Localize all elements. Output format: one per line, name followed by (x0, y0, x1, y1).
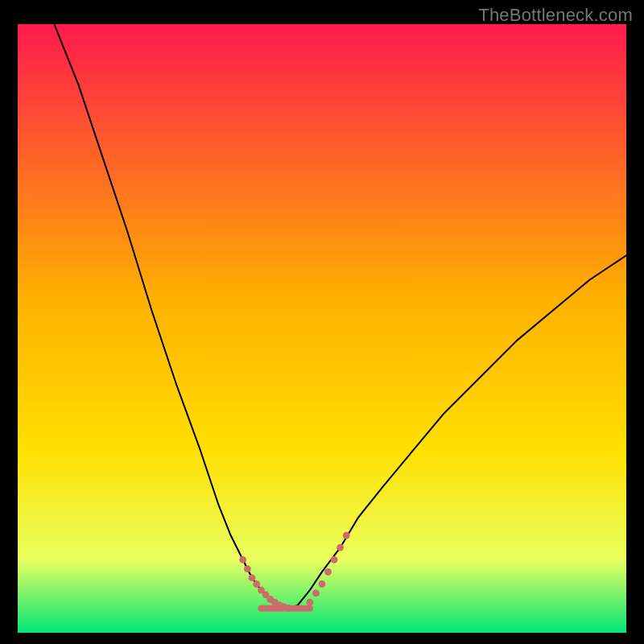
series-point-overlay_right (312, 589, 320, 597)
plot-area (18, 24, 626, 633)
watermark-text: TheBottleneck.com (478, 5, 633, 26)
plot-svg (18, 24, 626, 633)
series-point-overlay_right (306, 599, 313, 606)
series-point-overlay_left (244, 565, 251, 572)
series-point-overlay_left (239, 556, 246, 564)
series-point-overlay_right (331, 556, 338, 564)
series-point-overlay_right (336, 544, 344, 551)
chart-frame: TheBottleneck.com (0, 0, 644, 644)
gradient-background (18, 24, 626, 633)
series-point-overlay_left (249, 575, 256, 582)
series-point-overlay_right (343, 532, 350, 539)
series-point-overlay_left (253, 580, 260, 588)
series-point-overlay_right (319, 580, 326, 588)
series-point-overlay_right (324, 568, 332, 576)
